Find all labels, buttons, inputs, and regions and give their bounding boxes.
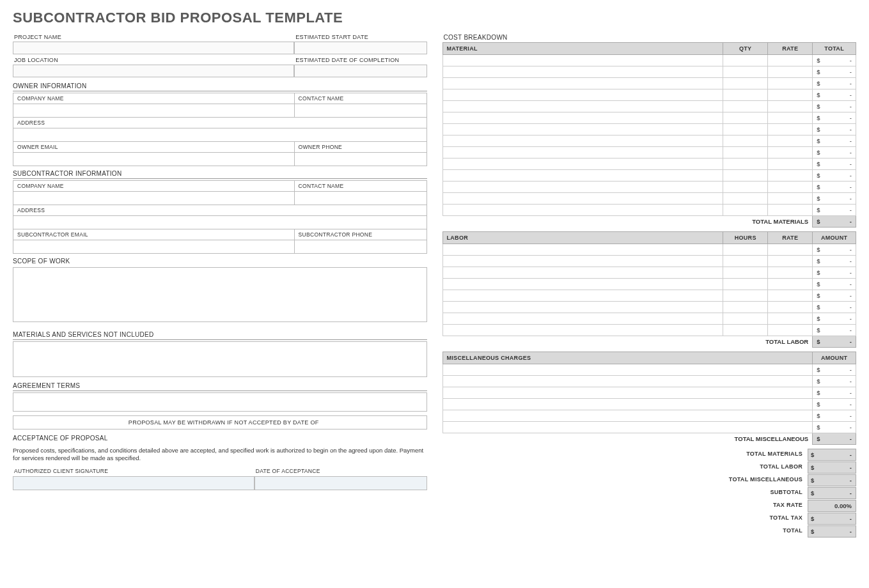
cell-qty[interactable] <box>723 55 768 66</box>
cell-rate[interactable] <box>768 170 813 182</box>
cell-desc[interactable] <box>442 170 723 182</box>
cell-amount: - <box>824 193 856 205</box>
cell-qty[interactable] <box>723 112 768 124</box>
cell-desc[interactable] <box>442 410 813 422</box>
scope-input[interactable] <box>13 267 427 322</box>
cell-qty[interactable] <box>723 290 768 302</box>
cell-desc[interactable] <box>442 55 723 66</box>
cell-qty[interactable] <box>723 193 768 205</box>
cell-rate[interactable] <box>768 66 813 78</box>
cell-qty[interactable] <box>723 147 768 159</box>
signature-input[interactable] <box>13 476 254 490</box>
cell-rate[interactable] <box>768 205 813 216</box>
cell-rate[interactable] <box>768 244 813 256</box>
sum-materials-cur: $ <box>808 449 819 461</box>
cell-desc[interactable] <box>442 78 723 89</box>
cell-desc[interactable] <box>442 376 813 387</box>
cell-qty[interactable] <box>723 313 768 325</box>
sub-email-input[interactable] <box>17 242 290 252</box>
cell-rate[interactable] <box>768 124 813 135</box>
cell-currency: $ <box>813 78 824 89</box>
misc-header: MISCELLANEOUS CHARGES <box>442 352 813 364</box>
cell-rate[interactable] <box>768 302 813 313</box>
cell-qty[interactable] <box>723 78 768 89</box>
cell-desc[interactable] <box>442 101 723 112</box>
cell-rate[interactable] <box>768 279 813 290</box>
withdraw-date-input[interactable] <box>324 416 427 429</box>
sub-address-label: ADDRESS <box>13 205 427 216</box>
cell-qty[interactable] <box>723 244 768 256</box>
start-date-input[interactable] <box>294 42 427 54</box>
cell-qty[interactable] <box>723 124 768 135</box>
cell-rate[interactable] <box>768 147 813 159</box>
cell-rate[interactable] <box>768 112 813 124</box>
not-included-input[interactable] <box>13 341 427 377</box>
owner-contact-input[interactable] <box>299 105 423 116</box>
completion-date-input[interactable] <box>294 65 427 77</box>
cell-desc[interactable] <box>442 325 723 336</box>
table-row: $- <box>442 159 856 170</box>
cell-qty[interactable] <box>723 170 768 182</box>
cell-rate[interactable] <box>768 193 813 205</box>
cell-qty[interactable] <box>723 279 768 290</box>
owner-phone-input[interactable] <box>299 154 423 164</box>
cell-rate[interactable] <box>768 55 813 66</box>
owner-email-input[interactable] <box>17 154 290 164</box>
cell-desc[interactable] <box>442 290 723 302</box>
agreement-input[interactable] <box>13 392 427 412</box>
sub-contact-input[interactable] <box>299 193 423 203</box>
cell-rate[interactable] <box>768 267 813 279</box>
cell-qty[interactable] <box>723 89 768 101</box>
sub-company-input[interactable] <box>17 193 290 203</box>
owner-company-input[interactable] <box>17 105 290 116</box>
cell-qty[interactable] <box>723 302 768 313</box>
cell-qty[interactable] <box>723 256 768 267</box>
cell-desc[interactable] <box>442 422 813 433</box>
cell-amount: - <box>824 78 856 89</box>
cell-rate[interactable] <box>768 159 813 170</box>
cell-amount: - <box>824 279 856 290</box>
job-location-input[interactable] <box>13 65 294 77</box>
cell-desc[interactable] <box>442 147 723 159</box>
cell-desc[interactable] <box>442 302 723 313</box>
cell-desc[interactable] <box>442 399 813 410</box>
cell-desc[interactable] <box>442 89 723 101</box>
cell-rate[interactable] <box>768 101 813 112</box>
cell-qty[interactable] <box>723 101 768 112</box>
cell-desc[interactable] <box>442 66 723 78</box>
cell-qty[interactable] <box>723 135 768 147</box>
cell-desc[interactable] <box>442 112 723 124</box>
cell-desc[interactable] <box>442 364 813 376</box>
owner-address-input[interactable] <box>17 130 423 140</box>
date-acceptance-input[interactable] <box>254 476 427 490</box>
cell-rate[interactable] <box>768 325 813 336</box>
cell-rate[interactable] <box>768 256 813 267</box>
cell-qty[interactable] <box>723 205 768 216</box>
cell-qty[interactable] <box>723 66 768 78</box>
cell-qty[interactable] <box>723 159 768 170</box>
cell-desc[interactable] <box>442 256 723 267</box>
sub-phone-input[interactable] <box>299 242 423 252</box>
cell-desc[interactable] <box>442 313 723 325</box>
cell-rate[interactable] <box>768 135 813 147</box>
project-name-input[interactable] <box>13 42 294 54</box>
cell-qty[interactable] <box>723 267 768 279</box>
cell-rate[interactable] <box>768 290 813 302</box>
cell-qty[interactable] <box>723 182 768 193</box>
cell-desc[interactable] <box>442 124 723 135</box>
cell-desc[interactable] <box>442 193 723 205</box>
cell-desc[interactable] <box>442 205 723 216</box>
cell-desc[interactable] <box>442 267 723 279</box>
cell-desc[interactable] <box>442 182 723 193</box>
cell-desc[interactable] <box>442 387 813 399</box>
cell-rate[interactable] <box>768 313 813 325</box>
sub-address-input[interactable] <box>17 217 423 228</box>
cell-desc[interactable] <box>442 159 723 170</box>
cell-rate[interactable] <box>768 78 813 89</box>
cell-qty[interactable] <box>723 325 768 336</box>
cell-desc[interactable] <box>442 279 723 290</box>
cell-rate[interactable] <box>768 89 813 101</box>
cell-rate[interactable] <box>768 182 813 193</box>
cell-desc[interactable] <box>442 135 723 147</box>
cell-desc[interactable] <box>442 244 723 256</box>
